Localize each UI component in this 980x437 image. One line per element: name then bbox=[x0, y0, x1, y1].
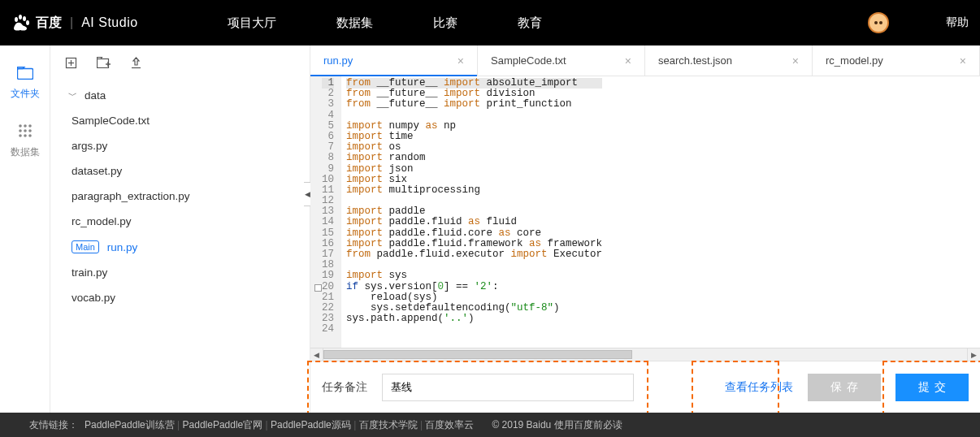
footer-link[interactable]: 百度效率云 bbox=[425, 419, 474, 431]
left-rail: 文件夹 数据集 bbox=[0, 45, 50, 413]
main: 文件夹 数据集 ﹀ data SampleCode.txtargs.pydata… bbox=[0, 45, 980, 413]
file-SampleCode-txt[interactable]: SampleCode.txt bbox=[70, 108, 293, 133]
svg-rect-17 bbox=[98, 59, 109, 68]
scroll-right-icon[interactable]: ▶ bbox=[967, 348, 980, 361]
svg-point-7 bbox=[28, 124, 32, 128]
svg-rect-4 bbox=[17, 69, 33, 80]
avatar[interactable] bbox=[868, 12, 889, 33]
file-paragraph_extraction-py[interactable]: paragraph_extraction.py bbox=[70, 184, 293, 209]
remark-input[interactable] bbox=[382, 374, 634, 401]
footer-label: 友情链接： bbox=[29, 418, 78, 432]
view-task-list-link[interactable]: 查看任务列表 bbox=[725, 380, 793, 395]
footer-link[interactable]: PaddlePaddle源码 bbox=[271, 419, 351, 431]
brand-sub: AI Studio bbox=[81, 15, 137, 30]
top-bar: 百度 | AI Studio 项目大厅 数据集 比赛 教育 帮助 bbox=[0, 0, 980, 45]
svg-point-13 bbox=[28, 134, 32, 137]
baidu-paw-icon bbox=[11, 13, 31, 32]
svg-point-10 bbox=[28, 129, 32, 132]
footer: 友情链接： PaddlePaddle训练营 | PaddlePaddle官网 |… bbox=[0, 413, 980, 437]
task-panel: 任务备注 查看任务列表 保存 提交 bbox=[310, 361, 980, 413]
svg-point-12 bbox=[24, 134, 27, 137]
submit-button[interactable]: 提交 bbox=[895, 374, 969, 401]
file-label: SampleCode.txt bbox=[72, 115, 150, 127]
folder-data[interactable]: ﹀ data bbox=[67, 83, 293, 108]
file-label: dataset.py bbox=[72, 165, 122, 177]
file-label: vocab.py bbox=[72, 292, 115, 304]
file-explorer: ﹀ data SampleCode.txtargs.pydataset.pypa… bbox=[50, 45, 310, 413]
file-vocab-py[interactable]: vocab.py bbox=[70, 285, 293, 310]
nav-competitions[interactable]: 比赛 bbox=[433, 15, 457, 31]
file-tree: ﹀ data SampleCode.txtargs.pydataset.pypa… bbox=[50, 83, 310, 310]
code-editor[interactable]: 123456789101112131415161718192021222324 … bbox=[310, 76, 980, 348]
tab-label: search.test.json bbox=[658, 54, 732, 67]
footer-link[interactable]: PaddlePaddle训练营 bbox=[85, 419, 175, 431]
brand-main: 百度 bbox=[36, 15, 62, 32]
file-label: run.py bbox=[107, 241, 138, 253]
main-badge: Main bbox=[72, 240, 99, 253]
close-icon[interactable]: × bbox=[625, 54, 631, 67]
grid-icon bbox=[18, 123, 33, 142]
tab-run-py[interactable]: run.py× bbox=[310, 45, 478, 76]
file-label: paragraph_extraction.py bbox=[72, 190, 190, 202]
svg-point-2 bbox=[23, 16, 26, 21]
close-icon[interactable]: × bbox=[960, 54, 966, 67]
file-rc_model-py[interactable]: rc_model.py bbox=[70, 209, 293, 234]
brand-separator: | bbox=[70, 15, 73, 30]
footer-link[interactable]: 百度技术学院 bbox=[359, 419, 418, 431]
code-content[interactable]: from __future__ import absolute_importfr… bbox=[341, 76, 607, 348]
save-button[interactable]: 保存 bbox=[808, 374, 881, 401]
close-icon[interactable]: × bbox=[457, 54, 464, 67]
top-right: 帮助 bbox=[868, 12, 969, 33]
explorer-toolbar bbox=[50, 57, 310, 83]
file-label: args.py bbox=[72, 140, 107, 152]
rail-files-label: 文件夹 bbox=[11, 87, 40, 101]
svg-point-11 bbox=[19, 134, 22, 137]
svg-point-8 bbox=[19, 129, 22, 132]
footer-link[interactable]: PaddlePaddle官网 bbox=[183, 419, 263, 431]
help-link[interactable]: 帮助 bbox=[946, 15, 969, 30]
rail-datasets[interactable]: 数据集 bbox=[11, 123, 40, 159]
file-args-py[interactable]: args.py bbox=[70, 133, 293, 158]
tab-SampleCode-txt[interactable]: SampleCode.txt× bbox=[478, 45, 645, 76]
tab-search-test-json[interactable]: search.test.json× bbox=[645, 45, 813, 76]
new-file-icon[interactable] bbox=[65, 57, 77, 71]
file-dataset-py[interactable]: dataset.py bbox=[70, 158, 293, 184]
svg-point-5 bbox=[19, 124, 22, 128]
svg-point-9 bbox=[24, 129, 27, 132]
top-nav: 项目大厅 数据集 比赛 教育 bbox=[228, 15, 542, 31]
rail-files[interactable]: 文件夹 bbox=[11, 67, 40, 101]
editor-area: ◀ run.py×SampleCode.txt×search.test.json… bbox=[310, 45, 980, 413]
rail-datasets-label: 数据集 bbox=[11, 145, 40, 159]
nav-datasets[interactable]: 数据集 bbox=[336, 15, 373, 31]
nav-education[interactable]: 教育 bbox=[518, 15, 542, 31]
folder-name: data bbox=[85, 89, 106, 102]
nav-projects[interactable]: 项目大厅 bbox=[228, 15, 276, 31]
footer-copyright: © 2019 Baidu 使用百度前必读 bbox=[492, 418, 622, 432]
tab-rc_model-py[interactable]: rc_model.py× bbox=[813, 45, 980, 76]
file-label: rc_model.py bbox=[72, 215, 132, 227]
tab-label: run.py bbox=[323, 54, 353, 67]
horizontal-scrollbar[interactable]: ◀ ▶ bbox=[310, 348, 980, 361]
scrollbar-thumb[interactable] bbox=[323, 350, 632, 359]
svg-point-3 bbox=[26, 20, 29, 25]
svg-point-6 bbox=[24, 124, 27, 128]
close-icon[interactable]: × bbox=[792, 54, 799, 67]
svg-point-1 bbox=[19, 15, 22, 19]
line-gutter: 123456789101112131415161718192021222324 bbox=[310, 76, 341, 348]
upload-icon[interactable] bbox=[130, 57, 142, 71]
new-folder-icon[interactable] bbox=[97, 57, 111, 71]
chevron-down-icon: ﹀ bbox=[68, 89, 78, 102]
brand[interactable]: 百度 | AI Studio bbox=[11, 13, 138, 32]
tab-label: rc_model.py bbox=[826, 54, 883, 67]
scroll-left-icon[interactable]: ◀ bbox=[310, 348, 323, 361]
file-label: train.py bbox=[72, 266, 107, 279]
folder-icon bbox=[17, 67, 33, 84]
remark-label: 任务备注 bbox=[322, 380, 367, 395]
tab-strip: run.py×SampleCode.txt×search.test.json×r… bbox=[310, 45, 980, 76]
file-train-py[interactable]: train.py bbox=[70, 260, 293, 285]
file-run-py[interactable]: Mainrun.py bbox=[70, 234, 293, 260]
tab-label: SampleCode.txt bbox=[491, 54, 566, 67]
svg-point-0 bbox=[15, 17, 18, 22]
